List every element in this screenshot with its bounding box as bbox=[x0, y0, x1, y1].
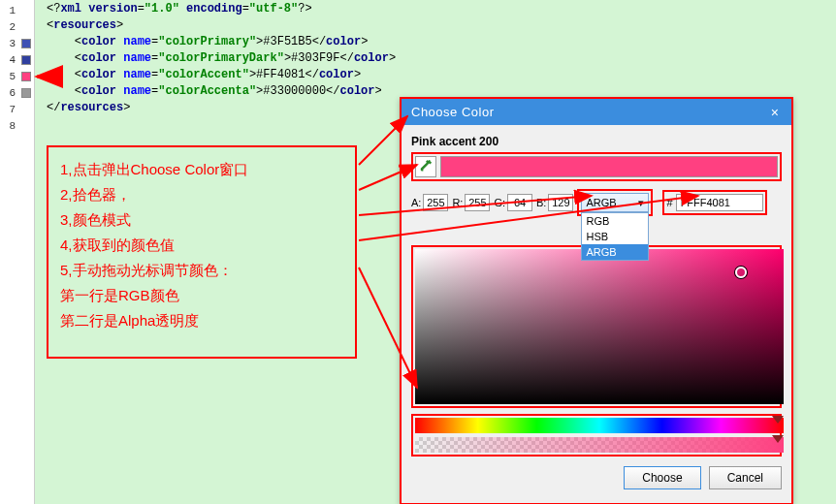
hue-thumb[interactable] bbox=[772, 416, 784, 424]
hex-prefix: # bbox=[666, 197, 672, 208]
line-number: 8 bbox=[4, 120, 16, 132]
dialog-title-text: Choose Color bbox=[411, 105, 495, 119]
ann-line-1: 1,点击弹出Choose Color窗口 bbox=[60, 157, 343, 182]
line-number: 1 bbox=[4, 5, 16, 16]
color-swatch[interactable] bbox=[21, 39, 31, 48]
color-field-wrap bbox=[411, 245, 782, 408]
color-name-0: colorPrimary bbox=[165, 35, 248, 48]
line-number: 2 bbox=[4, 21, 16, 33]
hex-group: # bbox=[662, 190, 766, 215]
alpha-thumb[interactable] bbox=[772, 435, 784, 443]
g-input[interactable] bbox=[507, 194, 532, 211]
ann-line-3: 3,颜色模式 bbox=[60, 207, 343, 233]
close-icon[interactable]: × bbox=[768, 106, 782, 119]
r-input[interactable] bbox=[465, 194, 490, 211]
annotation-box: 1,点击弹出Choose Color窗口 2,拾色器， 3,颜色模式 4,获取到… bbox=[47, 145, 357, 359]
alpha-overlay bbox=[415, 437, 784, 453]
color-val-0: #3F51B5 bbox=[263, 35, 311, 48]
ann-line-6: 第一行是RGB颜色 bbox=[60, 283, 343, 308]
b-input[interactable] bbox=[548, 194, 573, 211]
ann-line-7: 第二行是Alpha透明度 bbox=[60, 308, 343, 333]
color-name-3: colorAccenta bbox=[165, 84, 248, 98]
line-number: 7 bbox=[4, 104, 16, 115]
dialog-buttons: Choose Cancel bbox=[411, 466, 782, 493]
saturation-value-field[interactable] bbox=[415, 249, 784, 404]
preview-row bbox=[411, 152, 782, 181]
line-number: 3 bbox=[4, 38, 16, 49]
hex-input[interactable] bbox=[676, 194, 763, 211]
color-name-1: colorPrimaryDark bbox=[165, 51, 276, 65]
color-name-label: Pink accent 200 bbox=[411, 135, 782, 148]
choose-color-dialog: Choose Color × Pink accent 200 A: R: G: … bbox=[400, 97, 793, 504]
xml-version: 1.0 bbox=[151, 2, 173, 16]
color-name-2: colorAccent bbox=[165, 68, 241, 81]
field-cursor[interactable] bbox=[735, 267, 747, 278]
mode-opt-hsb[interactable]: HSB bbox=[582, 229, 648, 244]
color-val-2: #FF4081 bbox=[256, 68, 305, 81]
line-number: 4 bbox=[4, 54, 16, 66]
r-label: R: bbox=[452, 197, 463, 208]
cancel-button[interactable]: Cancel bbox=[709, 466, 782, 489]
color-val-3: #33000000 bbox=[263, 84, 326, 98]
chevron-down-icon: ▾ bbox=[638, 197, 644, 209]
line-number: 5 bbox=[4, 71, 16, 82]
mode-opt-rgb[interactable]: RGB bbox=[582, 213, 648, 229]
xml-encoding: utf-8 bbox=[256, 2, 291, 16]
gutter: 1 2 3 4 5 6 7 8 bbox=[0, 0, 35, 504]
dialog-titlebar[interactable]: Choose Color × bbox=[402, 99, 791, 125]
xml-attr: name bbox=[123, 35, 151, 48]
color-mode-select[interactable]: ARGB ▾ bbox=[581, 193, 649, 212]
g-label: G: bbox=[494, 197, 505, 208]
color-swatch[interactable] bbox=[21, 72, 31, 81]
eyedropper-icon bbox=[419, 160, 433, 173]
color-val-1: #303F9F bbox=[291, 51, 339, 65]
mode-dropdown: RGB HSB ARGB bbox=[581, 212, 649, 261]
b-label: B: bbox=[536, 197, 546, 208]
a-label: A: bbox=[411, 197, 421, 208]
xml-root-close: resources bbox=[60, 101, 123, 114]
color-swatch[interactable] bbox=[21, 88, 31, 98]
color-preview bbox=[440, 156, 778, 177]
argb-row: A: R: G: B: ARGB ▾ RGB HSB ARGB # bbox=[411, 189, 782, 216]
ann-line-2: 2,拾色器， bbox=[60, 182, 343, 207]
xml-root-open: resources bbox=[53, 18, 116, 32]
alpha-slider[interactable] bbox=[415, 437, 784, 453]
ann-line-5: 5,手动拖动光标调节颜色： bbox=[60, 258, 343, 283]
choose-button[interactable]: Choose bbox=[624, 466, 700, 489]
mode-selected: ARGB bbox=[586, 197, 616, 208]
xml-el: color bbox=[81, 35, 116, 48]
line-number: 6 bbox=[4, 87, 16, 99]
color-swatch[interactable] bbox=[21, 55, 31, 65]
mode-group: ARGB ▾ RGB HSB ARGB bbox=[577, 189, 653, 216]
a-input[interactable] bbox=[423, 194, 448, 211]
mode-opt-argb[interactable]: ARGB bbox=[582, 244, 648, 260]
sliders-wrap bbox=[411, 414, 782, 457]
ann-line-4: 4,获取到的颜色值 bbox=[60, 233, 343, 258]
eyedropper-button[interactable] bbox=[415, 156, 436, 177]
hue-slider[interactable] bbox=[415, 418, 784, 433]
